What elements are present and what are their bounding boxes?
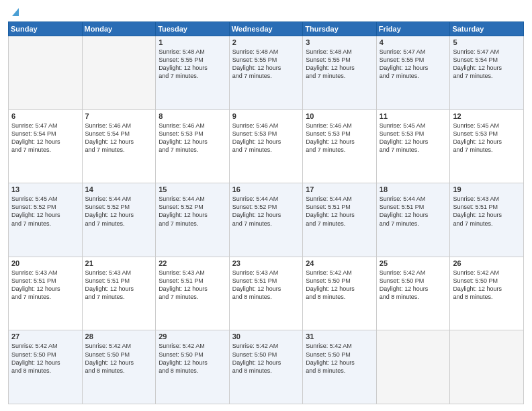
day-info: Sunrise: 5:44 AM Sunset: 5:51 PM Dayligh… bbox=[306, 195, 373, 228]
calendar-cell: 15Sunrise: 5:44 AM Sunset: 5:52 PM Dayli… bbox=[156, 183, 230, 257]
logo bbox=[8, 7, 21, 17]
day-number: 12 bbox=[453, 112, 521, 120]
calendar-header-sunday: Sunday bbox=[9, 22, 83, 36]
calendar-cell: 30Sunrise: 5:42 AM Sunset: 5:50 PM Dayli… bbox=[229, 330, 303, 404]
day-number: 16 bbox=[232, 185, 300, 193]
calendar-cell: 1Sunrise: 5:48 AM Sunset: 5:55 PM Daylig… bbox=[156, 36, 230, 110]
day-number: 30 bbox=[232, 332, 300, 340]
day-number: 23 bbox=[232, 259, 300, 267]
calendar-week-row: 6Sunrise: 5:47 AM Sunset: 5:54 PM Daylig… bbox=[9, 109, 524, 183]
calendar-cell: 11Sunrise: 5:45 AM Sunset: 5:53 PM Dayli… bbox=[376, 109, 450, 183]
day-info: Sunrise: 5:43 AM Sunset: 5:51 PM Dayligh… bbox=[232, 269, 300, 302]
page-header bbox=[8, 7, 524, 17]
day-info: Sunrise: 5:43 AM Sunset: 5:51 PM Dayligh… bbox=[453, 195, 521, 228]
calendar-cell: 27Sunrise: 5:42 AM Sunset: 5:50 PM Dayli… bbox=[9, 330, 83, 404]
day-info: Sunrise: 5:45 AM Sunset: 5:53 PM Dayligh… bbox=[453, 122, 521, 154]
calendar-cell: 23Sunrise: 5:43 AM Sunset: 5:51 PM Dayli… bbox=[229, 257, 303, 330]
calendar-cell: 26Sunrise: 5:42 AM Sunset: 5:50 PM Dayli… bbox=[450, 257, 524, 330]
day-info: Sunrise: 5:42 AM Sunset: 5:50 PM Dayligh… bbox=[159, 342, 226, 375]
day-number: 28 bbox=[85, 332, 153, 340]
svg-marker-0 bbox=[12, 8, 19, 16]
day-info: Sunrise: 5:42 AM Sunset: 5:50 PM Dayligh… bbox=[232, 342, 300, 375]
day-number: 24 bbox=[306, 259, 373, 267]
calendar-cell bbox=[9, 36, 83, 110]
day-info: Sunrise: 5:42 AM Sunset: 5:50 PM Dayligh… bbox=[453, 269, 521, 302]
day-number: 19 bbox=[453, 185, 521, 193]
day-number: 10 bbox=[306, 112, 373, 120]
calendar-cell: 17Sunrise: 5:44 AM Sunset: 5:51 PM Dayli… bbox=[303, 183, 377, 257]
calendar-week-row: 1Sunrise: 5:48 AM Sunset: 5:55 PM Daylig… bbox=[9, 36, 524, 110]
calendar-cell: 31Sunrise: 5:42 AM Sunset: 5:50 PM Dayli… bbox=[303, 330, 377, 404]
day-info: Sunrise: 5:47 AM Sunset: 5:54 PM Dayligh… bbox=[11, 122, 79, 154]
day-number: 26 bbox=[453, 259, 521, 267]
day-info: Sunrise: 5:45 AM Sunset: 5:52 PM Dayligh… bbox=[11, 195, 79, 228]
calendar-cell: 8Sunrise: 5:46 AM Sunset: 5:53 PM Daylig… bbox=[156, 109, 230, 183]
day-info: Sunrise: 5:44 AM Sunset: 5:51 PM Dayligh… bbox=[380, 195, 447, 228]
day-info: Sunrise: 5:46 AM Sunset: 5:54 PM Dayligh… bbox=[85, 122, 153, 154]
day-info: Sunrise: 5:48 AM Sunset: 5:55 PM Dayligh… bbox=[159, 48, 226, 81]
calendar-header-wednesday: Wednesday bbox=[229, 22, 303, 36]
day-info: Sunrise: 5:44 AM Sunset: 5:52 PM Dayligh… bbox=[85, 195, 153, 228]
day-number: 13 bbox=[11, 185, 79, 193]
calendar-cell: 22Sunrise: 5:43 AM Sunset: 5:51 PM Dayli… bbox=[156, 257, 230, 330]
day-info: Sunrise: 5:45 AM Sunset: 5:53 PM Dayligh… bbox=[380, 122, 447, 154]
calendar-cell: 12Sunrise: 5:45 AM Sunset: 5:53 PM Dayli… bbox=[450, 109, 524, 183]
calendar-cell: 16Sunrise: 5:44 AM Sunset: 5:52 PM Dayli… bbox=[229, 183, 303, 257]
day-number: 22 bbox=[159, 259, 226, 267]
calendar-cell bbox=[82, 36, 156, 110]
day-info: Sunrise: 5:43 AM Sunset: 5:51 PM Dayligh… bbox=[11, 269, 79, 302]
calendar-header-friday: Friday bbox=[376, 22, 450, 36]
calendar-cell bbox=[450, 330, 524, 404]
day-number: 20 bbox=[11, 259, 79, 267]
calendar-cell: 14Sunrise: 5:44 AM Sunset: 5:52 PM Dayli… bbox=[82, 183, 156, 257]
day-number: 2 bbox=[232, 38, 300, 46]
calendar-week-row: 13Sunrise: 5:45 AM Sunset: 5:52 PM Dayli… bbox=[9, 183, 524, 257]
calendar-cell: 9Sunrise: 5:46 AM Sunset: 5:53 PM Daylig… bbox=[229, 109, 303, 183]
calendar-header-thursday: Thursday bbox=[303, 22, 377, 36]
calendar-header-monday: Monday bbox=[82, 22, 156, 36]
day-info: Sunrise: 5:43 AM Sunset: 5:51 PM Dayligh… bbox=[85, 269, 153, 302]
day-number: 11 bbox=[380, 112, 447, 120]
day-number: 8 bbox=[159, 112, 226, 120]
calendar-cell: 7Sunrise: 5:46 AM Sunset: 5:54 PM Daylig… bbox=[82, 109, 156, 183]
day-number: 1 bbox=[159, 38, 226, 46]
calendar-header-tuesday: Tuesday bbox=[156, 22, 230, 36]
day-info: Sunrise: 5:44 AM Sunset: 5:52 PM Dayligh… bbox=[159, 195, 226, 228]
calendar-cell: 25Sunrise: 5:42 AM Sunset: 5:50 PM Dayli… bbox=[376, 257, 450, 330]
day-number: 6 bbox=[11, 112, 79, 120]
day-number: 7 bbox=[85, 112, 153, 120]
day-number: 15 bbox=[159, 185, 226, 193]
calendar-week-row: 20Sunrise: 5:43 AM Sunset: 5:51 PM Dayli… bbox=[9, 257, 524, 330]
day-info: Sunrise: 5:46 AM Sunset: 5:53 PM Dayligh… bbox=[159, 122, 226, 154]
day-info: Sunrise: 5:46 AM Sunset: 5:53 PM Dayligh… bbox=[232, 122, 300, 154]
day-number: 5 bbox=[453, 38, 521, 46]
logo-icon bbox=[9, 5, 21, 17]
day-number: 14 bbox=[85, 185, 153, 193]
day-number: 27 bbox=[11, 332, 79, 340]
day-info: Sunrise: 5:47 AM Sunset: 5:55 PM Dayligh… bbox=[380, 48, 447, 81]
day-info: Sunrise: 5:42 AM Sunset: 5:50 PM Dayligh… bbox=[11, 342, 79, 375]
day-info: Sunrise: 5:48 AM Sunset: 5:55 PM Dayligh… bbox=[232, 48, 300, 81]
day-number: 3 bbox=[306, 38, 373, 46]
calendar-cell bbox=[376, 330, 450, 404]
day-info: Sunrise: 5:43 AM Sunset: 5:51 PM Dayligh… bbox=[159, 269, 226, 302]
day-info: Sunrise: 5:44 AM Sunset: 5:52 PM Dayligh… bbox=[232, 195, 300, 228]
day-number: 4 bbox=[380, 38, 447, 46]
calendar-cell: 18Sunrise: 5:44 AM Sunset: 5:51 PM Dayli… bbox=[376, 183, 450, 257]
day-number: 21 bbox=[85, 259, 153, 267]
calendar-cell: 28Sunrise: 5:42 AM Sunset: 5:50 PM Dayli… bbox=[82, 330, 156, 404]
day-info: Sunrise: 5:47 AM Sunset: 5:54 PM Dayligh… bbox=[453, 48, 521, 81]
calendar-cell: 3Sunrise: 5:48 AM Sunset: 5:55 PM Daylig… bbox=[303, 36, 377, 110]
calendar-week-row: 27Sunrise: 5:42 AM Sunset: 5:50 PM Dayli… bbox=[9, 330, 524, 404]
day-info: Sunrise: 5:42 AM Sunset: 5:50 PM Dayligh… bbox=[380, 269, 447, 302]
day-number: 29 bbox=[159, 332, 226, 340]
day-info: Sunrise: 5:48 AM Sunset: 5:55 PM Dayligh… bbox=[306, 48, 373, 81]
day-info: Sunrise: 5:46 AM Sunset: 5:53 PM Dayligh… bbox=[306, 122, 373, 154]
calendar-cell: 19Sunrise: 5:43 AM Sunset: 5:51 PM Dayli… bbox=[450, 183, 524, 257]
day-number: 31 bbox=[306, 332, 373, 340]
calendar-cell: 13Sunrise: 5:45 AM Sunset: 5:52 PM Dayli… bbox=[9, 183, 83, 257]
calendar-table: SundayMondayTuesdayWednesdayThursdayFrid… bbox=[8, 21, 524, 404]
day-info: Sunrise: 5:42 AM Sunset: 5:50 PM Dayligh… bbox=[306, 269, 373, 302]
calendar-cell: 29Sunrise: 5:42 AM Sunset: 5:50 PM Dayli… bbox=[156, 330, 230, 404]
calendar-cell: 5Sunrise: 5:47 AM Sunset: 5:54 PM Daylig… bbox=[450, 36, 524, 110]
